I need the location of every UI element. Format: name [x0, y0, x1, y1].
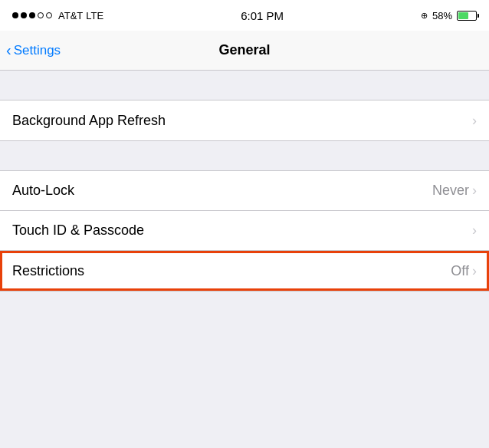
status-left: AT&T LTE	[12, 10, 103, 21]
chevron-right-icon-3: ›	[472, 222, 477, 239]
chevron-right-icon-4: ›	[472, 263, 477, 279]
signal-icon	[12, 12, 52, 18]
signal-dot-4	[38, 12, 44, 18]
signal-dot-3	[29, 12, 35, 18]
auto-lock-value: Never	[432, 183, 469, 199]
restrictions-right: Off ›	[451, 263, 477, 279]
touch-id-passcode-row[interactable]: Touch ID & Passcode ›	[0, 211, 489, 251]
navigation-bar: ‹ Settings General	[0, 31, 489, 71]
settings-group-2: Auto-Lock Never › Touch ID & Passcode › …	[0, 170, 489, 292]
auto-lock-label: Auto-Lock	[12, 183, 74, 199]
battery-body	[457, 11, 477, 21]
back-button-label[interactable]: Settings	[14, 43, 61, 58]
signal-dot-2	[21, 12, 27, 18]
restrictions-row[interactable]: Restrictions Off ›	[0, 251, 489, 291]
restrictions-label: Restrictions	[12, 263, 84, 279]
battery-icon	[457, 11, 477, 21]
orientation-lock-icon: ⊕	[421, 11, 428, 21]
settings-group-1: Background App Refresh ›	[0, 100, 489, 141]
status-right: ⊕ 58%	[421, 10, 477, 21]
carrier-label: AT&T	[58, 10, 83, 21]
background-app-refresh-right: ›	[472, 113, 477, 129]
status-bar: AT&T LTE 6:01 PM ⊕ 58%	[0, 0, 489, 31]
signal-dot-5	[46, 12, 52, 18]
touch-id-right: ›	[472, 222, 477, 239]
touch-id-label: Touch ID & Passcode	[12, 222, 144, 239]
signal-dot-1	[12, 12, 18, 18]
back-chevron-icon: ‹	[6, 41, 11, 59]
background-app-refresh-row[interactable]: Background App Refresh ›	[0, 100, 489, 140]
auto-lock-row[interactable]: Auto-Lock Never ›	[0, 171, 489, 211]
network-type-label: LTE	[86, 10, 103, 21]
page-title: General	[218, 42, 270, 58]
battery-percent-label: 58%	[432, 10, 452, 21]
settings-content: Background App Refresh › Auto-Lock Never…	[0, 71, 489, 292]
auto-lock-right: Never ›	[432, 183, 477, 199]
section-gap-middle	[0, 141, 489, 170]
restrictions-value: Off	[451, 263, 469, 279]
chevron-right-icon-2: ›	[472, 183, 477, 199]
time-label: 6:01 PM	[241, 9, 284, 22]
battery-fill	[458, 12, 468, 19]
background-app-refresh-label: Background App Refresh	[12, 113, 166, 129]
chevron-right-icon: ›	[472, 113, 477, 129]
back-button[interactable]: ‹ Settings	[6, 42, 61, 59]
section-gap-top	[0, 71, 489, 100]
